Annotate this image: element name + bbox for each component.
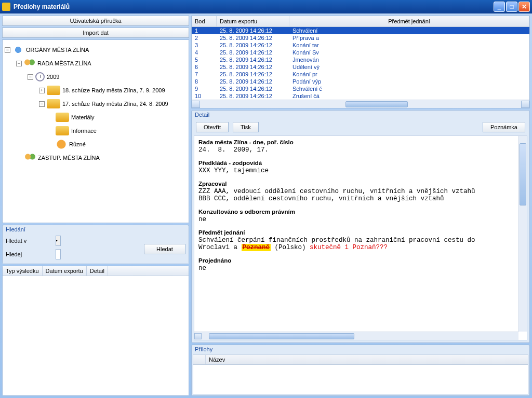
col-export-date[interactable]: Datum exportu — [43, 266, 87, 276]
detail-scrollbar-h[interactable] — [194, 332, 518, 340]
table-row[interactable]: 1025. 8. 2009 14:26:12Zrušení čá — [192, 92, 529, 100]
results-header: Typ výsledku Datum exportu Detail — [3, 266, 189, 276]
tree-various[interactable]: Různé — [69, 141, 86, 147]
search-panel: Hledání Hledat v RMZ a ZMZ Hledej Hledat — [2, 225, 189, 264]
horn-icon — [56, 139, 67, 149]
value-author: ZZZ AAA, vedoucí oddělení cestovního ruc… — [198, 188, 513, 202]
minimize-button[interactable]: _ — [494, 2, 505, 12]
label-consulted: Konzultováno s odborem právním — [198, 209, 513, 215]
collapse-icon[interactable]: − — [16, 61, 22, 66]
table-row[interactable]: 525. 8. 2009 14:26:12Jmenován — [192, 56, 529, 63]
col-spacer — [193, 355, 206, 364]
tree-rada[interactable]: RADA MĚSTA ZLÍNA — [37, 60, 91, 66]
col-detail[interactable]: Detail — [87, 266, 108, 276]
scrollbar-thumb[interactable] — [345, 101, 408, 107]
note-button[interactable]: Poznámka — [483, 122, 525, 132]
table-row[interactable]: 925. 8. 2009 14:26:12Schválení č — [192, 85, 529, 92]
tree-meeting-17[interactable]: 17. schůze Rady města Zlína, 24. 8. 2009 — [62, 101, 168, 107]
detail-scrollbar-v[interactable] — [518, 136, 527, 332]
col-subject[interactable]: Předmět jednání — [289, 16, 529, 26]
folder-icon — [56, 126, 69, 135]
attachments-panel: Přílohy Název — [191, 345, 530, 396]
value-consulted: ne — [198, 216, 513, 223]
value-subject: Schválení čerpání finančních prostředků … — [198, 237, 513, 251]
window-title: Předlohy materiálů — [14, 3, 494, 10]
value-discussed: ne — [198, 265, 513, 272]
collapse-icon[interactable]: − — [5, 47, 10, 53]
import-button[interactable]: Import dat — [2, 28, 189, 38]
collapse-icon[interactable]: − — [28, 74, 33, 80]
attachments-title: Přílohy — [192, 345, 529, 353]
value-meeting: 24. 8. 2009, 17. — [198, 146, 513, 154]
maximize-button[interactable]: □ — [506, 2, 517, 12]
table-row[interactable]: 625. 8. 2009 14:26:12Udělení vý — [192, 63, 529, 71]
crest-icon — [12, 45, 24, 55]
table-row[interactable]: 825. 8. 2009 14:26:12Podání výp — [192, 78, 529, 85]
folder-icon — [56, 113, 69, 122]
tree-materials[interactable]: Materiály — [71, 114, 95, 120]
tree-info[interactable]: Informace — [71, 128, 97, 134]
tree-root[interactable]: ORGÁNY MĚSTA ZLÍNA — [26, 47, 89, 53]
table-row[interactable]: 425. 8. 2009 14:26:12Konání Sv — [192, 49, 529, 56]
search-in-label: Hledat v — [6, 238, 52, 244]
col-name[interactable]: Název — [206, 355, 228, 364]
open-button[interactable]: Otevřít — [196, 122, 229, 132]
items-grid[interactable]: Bod Datum exportu Předmět jednání 125. 8… — [191, 16, 530, 108]
tree-zastup[interactable]: ZASTUP. MĚSTA ZLÍNA — [38, 155, 100, 161]
tree-meeting-18[interactable]: 18. schůze Rady města Zlína, 7. 9. 2009 — [62, 87, 165, 93]
people-icon — [24, 153, 36, 163]
table-row[interactable]: 725. 8. 2009 14:26:12Konání pr — [192, 71, 529, 78]
print-button[interactable]: Tisk — [233, 122, 259, 132]
org-tree[interactable]: − ORGÁNY MĚSTA ZLÍNA − RADA MĚSTA ZLÍNA … — [2, 39, 189, 223]
collapse-icon[interactable]: − — [39, 101, 45, 107]
search-button[interactable]: Hledat — [144, 244, 185, 254]
label-author: Zpracoval — [198, 181, 513, 187]
expand-icon[interactable]: + — [39, 88, 45, 93]
highlighted-text: Poznaně — [242, 244, 271, 251]
scrollbar-thumb[interactable] — [520, 143, 526, 205]
table-row[interactable]: 325. 8. 2009 14:26:12Konání tar — [192, 42, 529, 49]
detail-content: Rada města Zlína - dne, poř. číslo 24. 8… — [194, 135, 527, 340]
search-text-label: Hledej — [6, 251, 52, 257]
tree-year[interactable]: 2009 — [47, 74, 59, 80]
grid-scrollbar-h[interactable] — [192, 100, 529, 108]
folder-icon — [47, 86, 60, 95]
results-panel: Typ výsledku Datum exportu Detail — [2, 266, 189, 396]
table-row[interactable]: 225. 8. 2009 14:26:12Příprava a — [192, 34, 529, 42]
close-button[interactable]: ✕ — [518, 2, 530, 12]
value-submitter: XXX YYY, tajemnice — [198, 167, 513, 174]
col-export-date[interactable]: Datum exportu — [217, 16, 289, 26]
scroll-right-icon[interactable] — [521, 101, 529, 108]
search-title: Hledání — [3, 225, 189, 234]
title-bar: Předlohy materiálů _ □ ✕ — [0, 0, 532, 13]
table-row[interactable]: 125. 8. 2009 14:26:12Schválení — [192, 27, 529, 34]
detail-panel: Detail Otevřít Tisk Poznámka Rada města … — [191, 110, 530, 343]
clock-icon — [35, 72, 45, 81]
manual-button[interactable]: Uživatelská příručka — [2, 16, 189, 26]
col-bod[interactable]: Bod — [192, 16, 217, 26]
people-icon — [24, 58, 35, 68]
scroll-left-icon[interactable] — [192, 101, 200, 108]
scrollbar-thumb[interactable] — [209, 333, 354, 339]
label-discussed: Projednáno — [198, 257, 513, 264]
scroll-left-icon[interactable] — [194, 333, 202, 339]
folder-icon — [47, 99, 60, 108]
app-icon — [2, 3, 10, 11]
label-subject: Předmět jednání — [198, 229, 513, 236]
attachments-body — [193, 365, 528, 394]
detail-title: Detail — [192, 111, 529, 119]
warning-text: skutečně i Poznaň??? — [310, 244, 388, 251]
col-result-type[interactable]: Typ výsledku — [3, 266, 43, 276]
label-meeting: Rada města Zlína - dne, poř. číslo — [198, 139, 513, 145]
label-submitter: Předkládá - zodpovídá — [198, 160, 513, 166]
results-body — [3, 276, 189, 395]
